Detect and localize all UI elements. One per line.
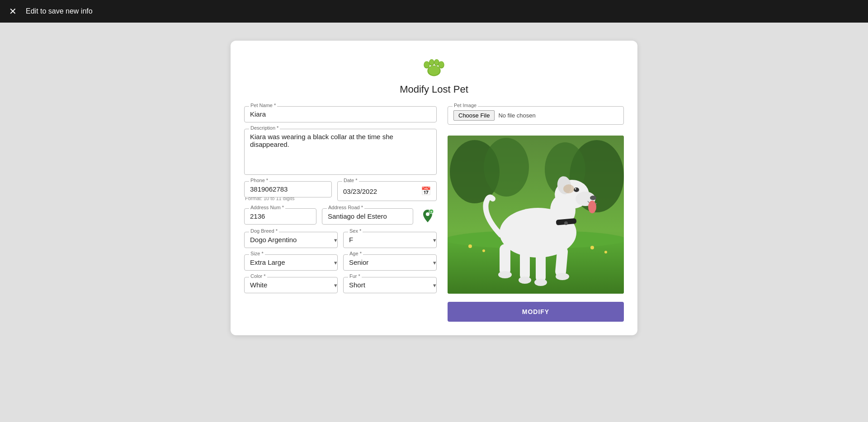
svg-rect-36 <box>536 251 546 282</box>
pet-name-field: Pet Name * <box>244 106 437 122</box>
phone-date-row: Phone * Format: 10 to 11 digits Date * 📅 <box>244 181 437 201</box>
card-header: Modify Lost Pet <box>244 54 624 95</box>
right-column: Pet Image Choose File No file chosen <box>448 106 624 322</box>
svg-point-29 <box>588 201 596 213</box>
svg-rect-39 <box>500 244 510 276</box>
dog-photo <box>448 136 624 294</box>
address-road-input[interactable] <box>328 212 407 220</box>
svg-point-43 <box>563 184 574 193</box>
size-select[interactable]: Extra Large Large Medium Small <box>250 258 332 266</box>
date-field: Date * 📅 <box>337 181 437 201</box>
address-row: Address Num * Address Road * + <box>244 207 437 225</box>
choose-file-button[interactable]: Choose File <box>453 110 495 121</box>
svg-point-8 <box>439 61 443 67</box>
fur-select[interactable]: Short Long Medium Wavy <box>349 281 431 289</box>
date-label: Date * <box>342 178 359 183</box>
color-label: Color * <box>249 273 267 279</box>
pet-image-field: Pet Image Choose File No file chosen <box>448 106 624 125</box>
address-num-field: Address Num * <box>244 208 316 225</box>
no-file-text: No file chosen <box>498 112 535 119</box>
phone-field: Phone * <box>244 181 332 197</box>
svg-point-20 <box>468 244 472 248</box>
color-field: Color * White Black Brown Golden Gray <box>244 277 338 293</box>
svg-point-22 <box>590 246 594 249</box>
pet-name-input[interactable] <box>250 110 431 118</box>
dog-breed-field: Dog Breed * Dogo Argentino Labrador Germ… <box>244 232 338 248</box>
svg-text:+: + <box>430 210 433 214</box>
phone-input[interactable] <box>250 185 326 193</box>
card-title: Modify Lost Pet <box>400 84 468 95</box>
paw-icon <box>420 54 448 79</box>
breed-sex-row: Dog Breed * Dogo Argentino Labrador Germ… <box>244 232 437 248</box>
sex-label: Sex * <box>348 228 363 234</box>
sex-field: Sex * F M <box>343 232 437 248</box>
sex-select[interactable]: F M <box>349 236 431 244</box>
description-input[interactable] <box>250 133 431 169</box>
svg-point-42 <box>556 273 569 280</box>
svg-point-7 <box>434 60 439 65</box>
main-card: Modify Lost Pet Pet Name * Description * <box>231 41 637 335</box>
size-label: Size * <box>249 251 265 256</box>
svg-point-5 <box>425 61 429 67</box>
phone-label: Phone * <box>249 178 269 183</box>
color-fur-row: Color * White Black Brown Golden Gray Fu… <box>244 277 437 293</box>
pet-name-label: Pet Name * <box>249 103 277 108</box>
location-pin-icon: + <box>420 208 436 225</box>
topbar: ✕ Edit to save new info <box>0 0 868 23</box>
page-background: Modify Lost Pet Pet Name * Description * <box>0 23 868 422</box>
address-num-label: Address Num * <box>249 205 285 210</box>
svg-point-37 <box>519 277 531 284</box>
topbar-title: Edit to save new info <box>26 7 93 15</box>
description-label: Description * <box>249 125 280 131</box>
calendar-icon[interactable]: 📅 <box>421 186 431 196</box>
address-num-input[interactable] <box>250 212 311 220</box>
svg-point-9 <box>429 66 440 75</box>
dog-breed-select[interactable]: Dogo Argentino Labrador German Shepherd … <box>250 236 332 244</box>
address-road-label: Address Road * <box>327 205 364 210</box>
pet-image-label: Pet Image <box>453 103 478 108</box>
left-column: Pet Name * Description * Phone * F <box>244 106 437 322</box>
age-select[interactable]: Senior Adult Young Puppy <box>349 258 431 266</box>
card-body: Pet Name * Description * Phone * F <box>244 106 624 322</box>
svg-rect-35 <box>520 251 530 280</box>
svg-point-28 <box>590 196 596 200</box>
description-field: Description * <box>244 129 437 175</box>
svg-point-15 <box>484 138 529 197</box>
svg-point-38 <box>534 279 547 286</box>
date-input[interactable] <box>343 188 418 195</box>
modify-button[interactable]: MODIFY <box>448 302 624 322</box>
fur-label: Fur * <box>348 273 362 279</box>
age-label: Age * <box>348 251 363 256</box>
file-input-row: Choose File No file chosen <box>453 110 618 121</box>
dog-breed-label: Dog Breed * <box>249 228 279 234</box>
svg-point-23 <box>604 251 607 253</box>
size-age-row: Size * Extra Large Large Medium Small Ag… <box>244 254 437 271</box>
size-field: Size * Extra Large Large Medium Small <box>244 254 338 271</box>
svg-point-31 <box>575 188 576 190</box>
svg-point-41 <box>498 271 512 278</box>
dog-image-svg <box>448 136 624 294</box>
svg-point-21 <box>482 249 485 252</box>
svg-point-30 <box>574 188 579 192</box>
svg-point-6 <box>429 60 434 65</box>
svg-point-34 <box>564 221 568 225</box>
color-select[interactable]: White Black Brown Golden Gray <box>250 281 332 289</box>
svg-point-10 <box>426 212 429 216</box>
fur-field: Fur * Short Long Medium Wavy <box>343 277 437 293</box>
age-field: Age * Senior Adult Young Puppy <box>343 254 437 271</box>
location-button[interactable]: + <box>419 207 437 225</box>
address-road-field: Address Road * <box>322 208 413 225</box>
close-button[interactable]: ✕ <box>9 7 17 16</box>
